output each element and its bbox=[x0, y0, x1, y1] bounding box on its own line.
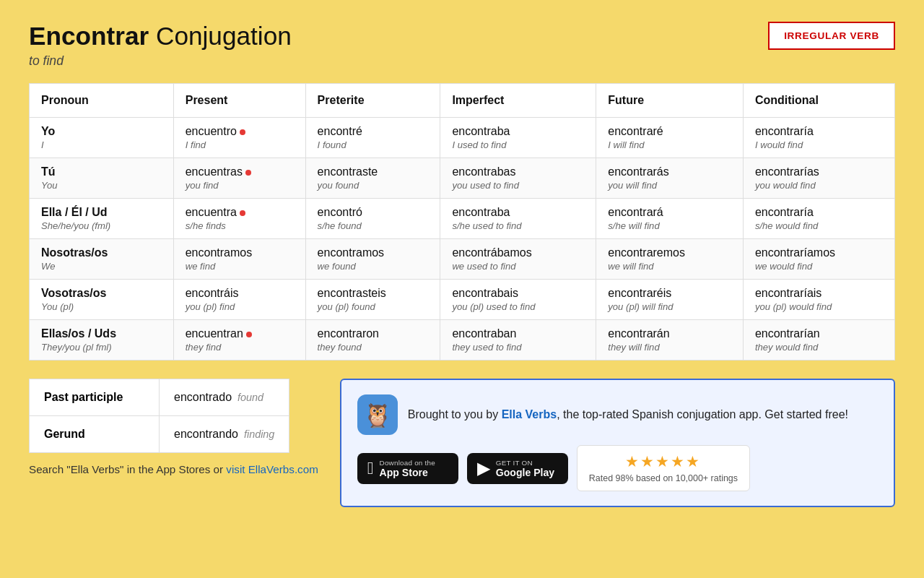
pronoun-cell: TúYou bbox=[30, 158, 174, 199]
preterite-cell: encontrasteyou found bbox=[305, 158, 440, 199]
conditional-cell: encontraríaI would find bbox=[743, 118, 894, 158]
gerund-value: encontrandofinding bbox=[160, 416, 289, 453]
imperfect-cell: encontrabas/he used to find bbox=[440, 199, 596, 239]
preterite-cell: encontrasteisyou (pl) found bbox=[305, 280, 440, 320]
future-cell: encontrarás/he will find bbox=[596, 199, 744, 239]
future-cell: encontraremoswe will find bbox=[596, 239, 744, 280]
participle-table: Past participle encontradofound Gerund e… bbox=[29, 379, 289, 453]
future-cell: encontraréI will find bbox=[596, 118, 744, 158]
col-imperfect: Imperfect bbox=[440, 84, 596, 118]
google-play-button[interactable]: ▶ GET IT ON Google Play bbox=[467, 453, 568, 484]
present-cell: encuentrasyou find bbox=[173, 158, 305, 199]
past-participle-label: Past participle bbox=[30, 379, 160, 416]
promo-description: Brought to you by Ella Verbs, the top-ra… bbox=[408, 406, 848, 423]
future-cell: encontrarásyou will find bbox=[596, 158, 744, 199]
app-store-button[interactable]:  Download on the App Store bbox=[357, 453, 458, 484]
pronoun-cell: Nosotras/osWe bbox=[30, 239, 174, 280]
preterite-cell: encontramoswe found bbox=[305, 239, 440, 280]
imperfect-cell: encontrabasyou used to find bbox=[440, 158, 596, 199]
ella-verbs-icon: 🦉 bbox=[357, 394, 398, 435]
pronoun-cell: Vosotras/osYou (pl) bbox=[30, 280, 174, 320]
preterite-cell: encontraronthey found bbox=[305, 320, 440, 361]
page-subtitle: to find bbox=[29, 53, 292, 69]
conditional-cell: encontraríamoswe would find bbox=[743, 239, 894, 280]
rating-text: Rated 98% based on 10,000+ ratings bbox=[589, 473, 738, 483]
present-cell: encontramoswe find bbox=[173, 239, 305, 280]
pronoun-cell: YoI bbox=[30, 118, 174, 158]
conjugation-table: Pronoun Present Preterite Imperfect Futu… bbox=[29, 83, 895, 361]
imperfect-cell: encontrabanthey used to find bbox=[440, 320, 596, 361]
present-cell: encuentroI find bbox=[173, 118, 305, 158]
irregular-dot bbox=[245, 170, 251, 176]
irregular-dot bbox=[246, 332, 252, 337]
promo-box: 🦉 Brought to you by Ella Verbs, the top-… bbox=[340, 379, 895, 507]
google-play-icon: ▶ bbox=[477, 460, 490, 477]
table-row: Ellas/os / UdsThey/you (pl fml)encuentra… bbox=[30, 320, 895, 361]
table-row: TúYouencuentrasyou findencontrasteyou fo… bbox=[30, 158, 895, 199]
present-cell: encuentras/he finds bbox=[173, 199, 305, 239]
participle-section: Past participle encontradofound Gerund e… bbox=[29, 379, 318, 507]
past-participle-value: encontradofound bbox=[160, 379, 289, 416]
search-text: Search "Ella Verbs" in the App Stores or… bbox=[29, 463, 318, 475]
table-row: Ella / Él / UdShe/he/you (fml)encuentras… bbox=[30, 199, 895, 239]
table-row: Nosotras/osWeencontramoswe findencontram… bbox=[30, 239, 895, 280]
col-pronoun: Pronoun bbox=[30, 84, 174, 118]
col-conditional: Conditional bbox=[743, 84, 894, 118]
col-present: Present bbox=[173, 84, 305, 118]
star-rating: ★★★★★ bbox=[625, 453, 701, 470]
conditional-cell: encontraríanthey would find bbox=[743, 320, 894, 361]
imperfect-cell: encontrabaisyou (pl) used to find bbox=[440, 280, 596, 320]
irregular-dot bbox=[240, 129, 245, 135]
present-cell: encuentranthey find bbox=[173, 320, 305, 361]
gerund-row: Gerund encontrandofinding bbox=[30, 416, 289, 453]
future-cell: encontraréisyou (pl) will find bbox=[596, 280, 744, 320]
gerund-label: Gerund bbox=[30, 416, 160, 453]
col-future: Future bbox=[596, 84, 744, 118]
conditional-cell: encontraríaisyou (pl) would find bbox=[743, 280, 894, 320]
present-cell: encontráisyou (pl) find bbox=[173, 280, 305, 320]
future-cell: encontraránthey will find bbox=[596, 320, 744, 361]
preterite-cell: encontréI found bbox=[305, 118, 440, 158]
ella-verbs-promo-link[interactable]: Ella Verbs bbox=[502, 408, 557, 420]
pronoun-cell: Ella / Él / UdShe/he/you (fml) bbox=[30, 199, 174, 239]
irregular-dot bbox=[240, 210, 245, 216]
table-row: YoIencuentroI findencontréI foundencontr… bbox=[30, 118, 895, 158]
conditional-cell: encontraríasyou would find bbox=[743, 158, 894, 199]
imperfect-cell: encontrábamoswe used to find bbox=[440, 239, 596, 280]
title-block: Encontrar Conjugation to find bbox=[29, 22, 292, 69]
irregular-verb-badge: IRREGULAR VERB bbox=[768, 22, 895, 50]
apple-icon:  bbox=[367, 460, 374, 477]
promo-top: 🦉 Brought to you by Ella Verbs, the top-… bbox=[357, 394, 878, 435]
table-row: Vosotras/osYou (pl)encontráisyou (pl) fi… bbox=[30, 280, 895, 320]
imperfect-cell: encontrabaI used to find bbox=[440, 118, 596, 158]
rating-box: ★★★★★ Rated 98% based on 10,000+ ratings bbox=[577, 445, 750, 491]
page-header: Encontrar Conjugation to find IRREGULAR … bbox=[29, 22, 895, 69]
conditional-cell: encontrarías/he would find bbox=[743, 199, 894, 239]
pronoun-cell: Ellas/os / UdsThey/you (pl fml) bbox=[30, 320, 174, 361]
page-title: Encontrar Conjugation bbox=[29, 22, 292, 51]
ellaverbs-link[interactable]: visit EllaVerbs.com bbox=[226, 463, 318, 475]
preterite-cell: encontrós/he found bbox=[305, 199, 440, 239]
bottom-section: Past participle encontradofound Gerund e… bbox=[29, 379, 895, 507]
past-participle-row: Past participle encontradofound bbox=[30, 379, 289, 416]
col-preterite: Preterite bbox=[305, 84, 440, 118]
table-header-row: Pronoun Present Preterite Imperfect Futu… bbox=[30, 84, 895, 118]
svg-text:🦉: 🦉 bbox=[363, 402, 392, 429]
promo-buttons:  Download on the App Store ▶ GET IT ON … bbox=[357, 445, 878, 491]
